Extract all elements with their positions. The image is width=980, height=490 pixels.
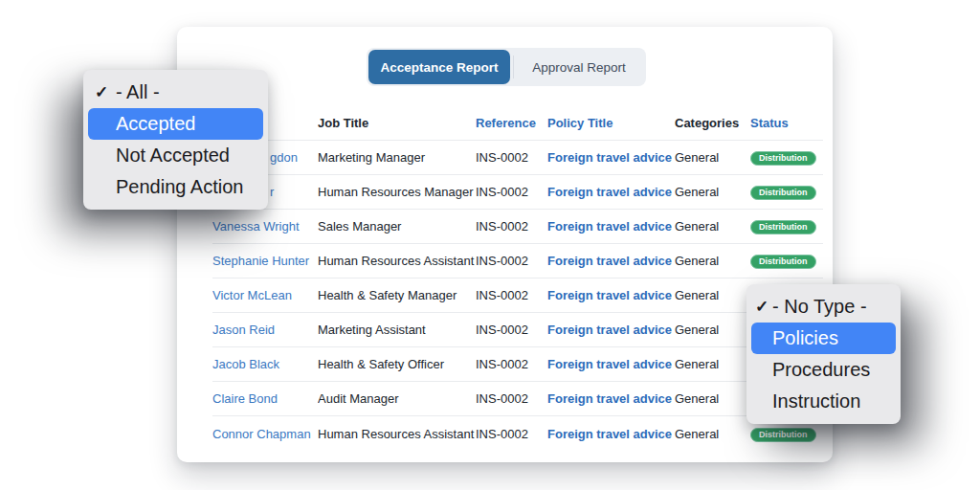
policy-title-link[interactable]: Foreign travel advice bbox=[547, 323, 672, 337]
policy-title-link[interactable]: Foreign travel advice bbox=[547, 150, 672, 165]
status-badge: Distribution bbox=[750, 220, 816, 234]
menu-item-label: Pending Action bbox=[116, 176, 243, 198]
menu-item-pending-action[interactable]: Pending Action bbox=[83, 171, 268, 203]
table-row: Jacob Black Health & Safety Officer INS-… bbox=[212, 347, 823, 382]
employee-name-link[interactable]: r bbox=[270, 185, 274, 199]
column-header-status[interactable]: Status bbox=[750, 116, 823, 130]
policy-title-link[interactable]: Foreign travel advice bbox=[547, 427, 672, 441]
menu-item-policies[interactable]: Policies bbox=[751, 323, 896, 354]
table-header-row: Job Title Reference Policy Title Categor… bbox=[212, 106, 823, 141]
policy-title-link[interactable]: Foreign travel advice bbox=[547, 391, 672, 406]
employee-name-link[interactable]: gdon bbox=[270, 150, 298, 165]
categories-cell: General bbox=[675, 391, 750, 406]
job-title-cell: Marketing Manager bbox=[318, 150, 476, 165]
menu-item-label: - All - bbox=[116, 81, 160, 103]
reference-cell: INS-0002 bbox=[476, 219, 547, 234]
job-title-cell: Health & Safety Officer bbox=[318, 357, 476, 371]
job-title-cell: Marketing Assistant bbox=[318, 323, 476, 337]
policy-title-link[interactable]: Foreign travel advice bbox=[547, 254, 672, 268]
column-header-job-title[interactable]: Job Title bbox=[318, 116, 476, 130]
job-title-cell: Health & Safety Manager bbox=[318, 288, 476, 302]
reference-cell: INS-0002 bbox=[476, 357, 547, 371]
menu-item-label: Procedures bbox=[772, 359, 870, 381]
reference-cell: INS-0002 bbox=[476, 254, 547, 268]
policy-title-link[interactable]: Foreign travel advice bbox=[547, 357, 672, 371]
categories-cell: General bbox=[675, 357, 750, 371]
menu-item-label: Policies bbox=[772, 327, 838, 349]
column-header-policy-title[interactable]: Policy Title bbox=[547, 116, 675, 130]
table-row: Jason Reid Marketing Assistant INS-0002 … bbox=[212, 313, 823, 347]
categories-cell: General bbox=[675, 254, 750, 268]
report-card: Acceptance Report Approval Report Job Ti… bbox=[177, 27, 833, 462]
status-badge: Distribution bbox=[750, 428, 816, 442]
categories-cell: General bbox=[675, 219, 750, 234]
table-row: Stephanie Hunter Human Resources Assista… bbox=[212, 244, 823, 278]
menu-item-procedures[interactable]: Procedures bbox=[746, 354, 901, 386]
employee-name-link[interactable]: Connor Chapman bbox=[212, 427, 311, 441]
menu-item-label: - No Type - bbox=[772, 296, 867, 318]
page: Acceptance Report Approval Report Job Ti… bbox=[0, 0, 980, 490]
table-row: r Human Resources Manager INS-0002 Forei… bbox=[212, 175, 823, 210]
column-header-reference[interactable]: Reference bbox=[476, 116, 547, 130]
menu-item-label: Accepted bbox=[116, 113, 195, 135]
menu-item-accepted[interactable]: Accepted bbox=[88, 108, 263, 140]
employee-name-link[interactable]: Victor McLean bbox=[212, 288, 292, 302]
table-row: Victor McLean Health & Safety Manager IN… bbox=[212, 278, 823, 313]
acceptance-report-table: Job Title Reference Policy Title Categor… bbox=[212, 106, 823, 451]
check-icon: ✓ bbox=[755, 297, 772, 317]
categories-cell: General bbox=[675, 150, 750, 165]
reference-cell: INS-0002 bbox=[476, 391, 547, 406]
policy-title-link[interactable]: Foreign travel advice bbox=[547, 219, 672, 234]
column-header-categories[interactable]: Categories bbox=[675, 116, 750, 130]
categories-cell: General bbox=[675, 427, 750, 441]
status-badge: Distribution bbox=[750, 255, 816, 269]
acceptance-filter-menu: ✓ - All - Accepted Not Accepted Pending … bbox=[83, 70, 268, 210]
menu-item-no-type[interactable]: ✓ - No Type - bbox=[746, 291, 901, 323]
employee-name-link[interactable]: Jason Reid bbox=[212, 323, 275, 337]
reference-cell: INS-0002 bbox=[476, 323, 547, 337]
menu-item-all[interactable]: ✓ - All - bbox=[83, 77, 268, 108]
employee-name-link[interactable]: Jacob Black bbox=[212, 357, 279, 371]
menu-item-instruction[interactable]: Instruction bbox=[746, 386, 901, 417]
table-row: Vanessa Wright Sales Manager INS-0002 Fo… bbox=[212, 210, 823, 244]
categories-cell: General bbox=[675, 323, 750, 337]
reference-cell: INS-0002 bbox=[476, 150, 547, 165]
job-title-cell: Human Resources Assistant bbox=[318, 254, 476, 268]
reference-cell: INS-0002 bbox=[476, 185, 547, 199]
employee-name-link[interactable]: Vanessa Wright bbox=[212, 219, 300, 234]
job-title-cell: Sales Manager bbox=[318, 219, 476, 234]
status-badge: Distribution bbox=[750, 151, 816, 166]
policy-title-link[interactable]: Foreign travel advice bbox=[547, 185, 672, 199]
check-icon: ✓ bbox=[95, 82, 116, 102]
status-badge: Distribution bbox=[750, 186, 816, 200]
report-tab-group: Acceptance Report Approval Report bbox=[367, 48, 646, 86]
categories-cell: General bbox=[675, 288, 750, 302]
menu-item-not-accepted[interactable]: Not Accepted bbox=[83, 140, 268, 171]
job-title-cell: Audit Manager bbox=[318, 391, 476, 406]
tab-acceptance-report[interactable]: Acceptance Report bbox=[368, 50, 510, 84]
policy-title-link[interactable]: Foreign travel advice bbox=[547, 288, 672, 302]
reference-cell: INS-0002 bbox=[476, 427, 547, 441]
job-title-cell: Human Resources Assistant bbox=[318, 427, 476, 441]
type-filter-menu: ✓ - No Type - Policies Procedures Instru… bbox=[746, 284, 901, 424]
table-row: gdon Marketing Manager INS-0002 Foreign … bbox=[212, 141, 823, 175]
categories-cell: General bbox=[675, 185, 750, 199]
job-title-cell: Human Resources Manager bbox=[318, 185, 476, 199]
tab-approval-report[interactable]: Approval Report bbox=[512, 48, 646, 86]
reference-cell: INS-0002 bbox=[476, 288, 547, 302]
employee-name-link[interactable]: Stephanie Hunter bbox=[212, 254, 309, 268]
table-row: Connor Chapman Human Resources Assistant… bbox=[212, 416, 823, 451]
menu-item-label: Not Accepted bbox=[116, 145, 230, 167]
employee-name-link[interactable]: Claire Bond bbox=[212, 391, 278, 406]
menu-item-label: Instruction bbox=[772, 390, 860, 412]
table-row: Claire Bond Audit Manager INS-0002 Forei… bbox=[212, 382, 823, 416]
